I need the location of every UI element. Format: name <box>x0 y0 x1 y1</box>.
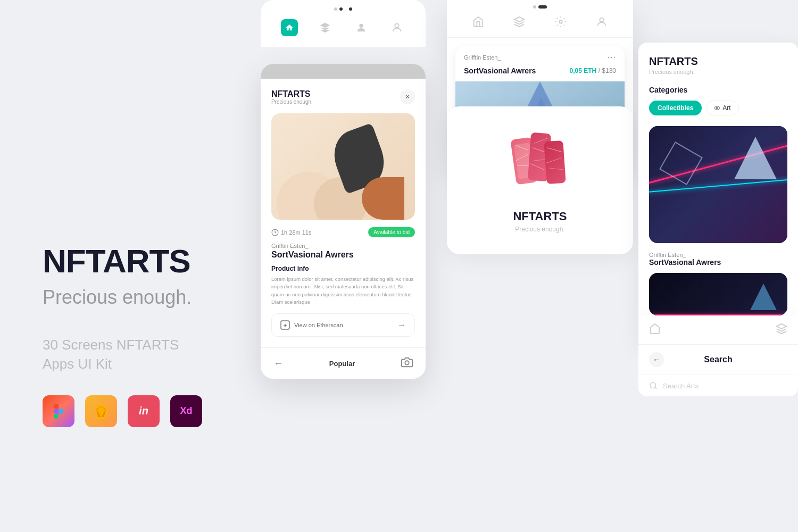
collectibles-button[interactable]: Collectibles <box>649 101 702 115</box>
bid-row: 1h 28m 11s Available to bid <box>271 227 415 237</box>
right-panel: NFTARTS Precious enough. Categories Coll… <box>638 43 798 396</box>
dark-art-card <box>649 126 787 243</box>
brand-tagline-large: Precious enough. <box>43 286 202 309</box>
categories-label: Categories <box>649 86 787 94</box>
phone-brand-name: NFTARTS <box>271 89 313 99</box>
dark-art-image <box>649 126 787 243</box>
right-artist-name: Grifftin Esten_ <box>649 252 787 258</box>
back-arrow-icon[interactable]: ← <box>273 358 283 369</box>
categories-row: Collectibles Art <box>649 101 787 115</box>
phone-top-partial <box>261 0 426 47</box>
artist-name: Grifftin Esten_ <box>271 243 415 249</box>
home-icon-right[interactable] <box>649 323 661 337</box>
phone-brand-sub: Precious enough. <box>271 99 313 105</box>
layers-icon-right[interactable] <box>776 323 787 337</box>
card-price: 0,05 ETH / $130 <box>570 67 616 74</box>
triangle-3d <box>734 137 777 179</box>
tool-icons-row: in Xd <box>43 395 202 427</box>
right-artist-row: Grifftin Esten_ SortVasional Awrers <box>649 252 787 267</box>
pink-marble-art <box>505 128 575 197</box>
right-brand-name: NFTARTS <box>649 55 787 68</box>
svg-point-10 <box>650 383 656 388</box>
nft-image-card <box>271 113 415 220</box>
card-header: Grifftin Esten_ ··· <box>455 46 625 66</box>
card-more-icon[interactable]: ··· <box>608 53 616 62</box>
camera-icon[interactable] <box>401 356 413 370</box>
phone-top-dots <box>271 7 415 11</box>
xd-icon: Xd <box>170 395 202 427</box>
art-button[interactable]: Art <box>706 101 738 115</box>
brand-logo-large: NFTARTS <box>43 245 202 278</box>
close-button[interactable]: ✕ <box>400 89 415 104</box>
svg-point-8 <box>600 18 604 22</box>
product-desc: Lorem ipsum dolor sit amet, consectetur … <box>271 276 415 306</box>
profile-nav-icon[interactable] <box>353 19 370 36</box>
user-nav-icon[interactable] <box>388 19 405 36</box>
marble-shape3 <box>544 140 566 184</box>
phone-top-nav <box>271 16 415 39</box>
user-icon-p2[interactable] <box>596 16 608 30</box>
etherscan-icon: ◈ <box>280 320 290 330</box>
right-panel-nav <box>638 315 798 344</box>
svg-point-4 <box>395 24 399 28</box>
right-nft-title: SortVasional Awrers <box>649 258 787 267</box>
sketch-icon <box>85 395 117 427</box>
top-dots <box>447 0 633 9</box>
right-panel-header: NFTARTS Precious enough. Categories Coll… <box>638 43 798 315</box>
dark-art-card2 <box>649 273 787 315</box>
center-brand-sub: Precious enough. <box>515 226 564 233</box>
phone-header-bar <box>261 64 426 79</box>
phone-brand-row: NFTARTS Precious enough. ✕ <box>271 89 415 105</box>
svg-point-7 <box>559 20 562 23</box>
screens-label: 30 Screens NFTARTSApps UI Kit <box>43 335 202 374</box>
search-arts-placeholder[interactable]: Search Arts <box>663 382 699 390</box>
phone-brand: NFTARTS Precious enough. <box>271 89 313 105</box>
svg-point-3 <box>359 24 363 28</box>
left-brand-section: NFTARTS Precious enough. 30 Screens NFTA… <box>43 245 202 427</box>
card-artist: Grifftin Esten_ <box>464 54 501 61</box>
orange-arc-shape <box>362 177 404 220</box>
search-header-row: ← Search <box>638 344 798 375</box>
right-brand-sub: Precious enough. <box>649 69 787 75</box>
home-icon-p2[interactable] <box>472 16 484 30</box>
popular-label: Popular <box>329 360 355 368</box>
svg-point-9 <box>717 107 718 109</box>
phone-1-detail: NFTARTS Precious enough. ✕ 1h 28m 11s Av… <box>261 64 426 379</box>
figma-icon <box>43 395 74 427</box>
search-title: Search <box>704 355 732 364</box>
search-arts-bar: Search Arts <box>638 375 798 396</box>
phone-2-nav <box>447 9 633 38</box>
layers-icon-p2[interactable] <box>513 16 525 30</box>
card-nft-title: SortVasional Awrers <box>464 66 536 75</box>
svg-point-6 <box>405 361 409 364</box>
star-icon-p2[interactable] <box>555 16 567 30</box>
card-title-price: SortVasional Awrers 0,05 ETH / $130 <box>455 66 625 81</box>
center-brand-name: NFTARTS <box>513 210 567 223</box>
phone-1-body: NFTARTS Precious enough. ✕ 1h 28m 11s Av… <box>261 79 426 347</box>
phone-footer: ← Popular <box>261 347 426 379</box>
etherscan-row[interactable]: ◈ View on Etherscan → <box>271 313 415 337</box>
price-usd: / $130 <box>598 67 616 74</box>
search-icon <box>649 381 658 390</box>
layers-nav-icon[interactable] <box>317 19 334 36</box>
invision-icon: in <box>128 395 160 427</box>
timer: 1h 28m 11s <box>271 229 311 236</box>
nft-title: SortVasional Awrers <box>271 250 415 260</box>
product-info-label: Product info <box>271 265 415 272</box>
arrow-right-icon: → <box>397 320 406 330</box>
available-badge: Available to bid <box>368 227 415 237</box>
home-nav-icon[interactable] <box>281 19 298 36</box>
etherscan-left: ◈ View on Etherscan <box>280 320 343 330</box>
price-eth: 0,05 ETH <box>570 67 597 74</box>
back-arrow-button[interactable]: ← <box>649 352 664 367</box>
abstract-art <box>271 113 415 220</box>
neon-line2 <box>649 177 787 193</box>
center-splash-card: NFTARTS Precious enough. <box>447 106 633 254</box>
